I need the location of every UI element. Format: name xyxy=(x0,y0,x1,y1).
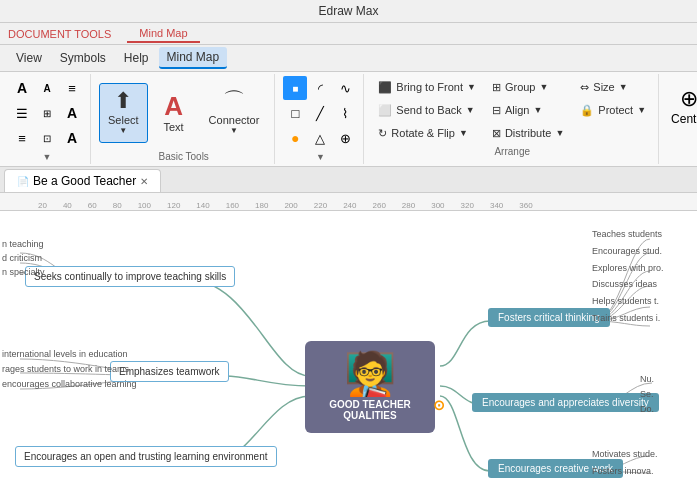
center-btn[interactable]: ⊕ Center xyxy=(671,76,697,136)
title-bar: Edraw Max xyxy=(0,0,697,23)
right-small-8: Se. xyxy=(640,389,654,399)
arrange-content: ⬛ Bring to Front ▼ ⬜ Send to Back ▼ ↻ Ro… xyxy=(372,76,652,144)
table-icon[interactable]: ⊞ xyxy=(35,101,59,125)
rect-blue-icon[interactable]: ■ xyxy=(283,76,307,100)
center-node: 🧑‍🏫 GOOD TEACHER QUALITIES ⊙ xyxy=(305,341,435,433)
distribute-dropdown[interactable]: ▼ xyxy=(555,128,564,138)
ribbon-center: ⊕ Center xyxy=(661,74,697,164)
rotate-dropdown[interactable]: ▼ xyxy=(459,128,468,138)
send-back-dropdown[interactable]: ▼ xyxy=(466,105,475,115)
connector-dropdown[interactable]: ▼ xyxy=(230,126,238,135)
right-small-5: Helps students t. xyxy=(592,296,659,306)
quick-tools-grid: A A ≡ ☰ ⊞ A ≡ ⊡ A xyxy=(10,76,84,150)
curve-icon[interactable]: ∿ xyxy=(333,76,357,100)
size-dropdown[interactable]: ▼ xyxy=(619,82,628,92)
right-small-9: Do. xyxy=(640,404,654,414)
align-left-icon[interactable]: ☰ xyxy=(10,101,34,125)
right-node-2[interactable]: Encourages and appreciates diversity xyxy=(472,393,659,412)
triangle-icon[interactable]: △ xyxy=(308,126,332,150)
list-icon[interactable]: ≡ xyxy=(10,126,34,150)
text-tool-btn[interactable]: A Text xyxy=(152,83,196,143)
align-dropdown[interactable]: ▼ xyxy=(533,105,542,115)
document-tab[interactable]: 📄 Be a Good Teacher ✕ xyxy=(4,169,161,192)
basic-tools-label: Basic Tools xyxy=(158,151,208,162)
distribute-label: Distribute xyxy=(505,127,551,139)
distribute-icon: ⊠ xyxy=(492,127,501,140)
bring-front-label: Bring to Front xyxy=(396,81,463,93)
menu-help[interactable]: Help xyxy=(116,48,157,68)
send-back-label: Send to Back xyxy=(396,104,461,116)
group-dropdown[interactable]: ▼ xyxy=(539,82,548,92)
arrange-col-3: ⇔ Size ▼ 🔒 Protect ▼ xyxy=(574,76,652,144)
select-tool-btn[interactable]: ⬆ Select ▼ xyxy=(99,83,148,143)
bring-to-front-btn[interactable]: ⬛ Bring to Front ▼ xyxy=(372,76,482,98)
protect-btn[interactable]: 🔒 Protect ▼ xyxy=(574,99,652,121)
center-label: Center xyxy=(671,112,697,126)
left-small-1: n teaching xyxy=(2,239,44,249)
menu-bar: View Symbols Help Mind Map xyxy=(0,45,697,72)
arc-icon[interactable]: ◜ xyxy=(308,76,332,100)
right-small-10: Motivates stude. xyxy=(592,449,658,459)
doc-tools-bar: DOCUMENT TOOLS Mind Map xyxy=(0,23,697,45)
rect-outline-icon[interactable]: □ xyxy=(283,101,307,125)
canvas-main[interactable]: 🧑‍🏫 GOOD TEACHER QUALITIES ⊙ Seeks conti… xyxy=(0,211,697,501)
font-color-icon[interactable]: A xyxy=(60,101,84,125)
left-small-3: n specialty xyxy=(2,267,45,277)
node-handle[interactable]: ⊙ xyxy=(433,397,445,413)
left-small-4: international levels in education xyxy=(2,349,128,359)
shape-tools-grid: ■ ◜ ∿ □ ╱ ⌇ ● △ ⊕ xyxy=(283,76,357,150)
rotate-flip-btn[interactable]: ↻ Rotate & Flip ▼ xyxy=(372,122,482,144)
right-small-6: Trains students i. xyxy=(592,313,660,323)
menu-symbols[interactable]: Symbols xyxy=(52,48,114,68)
left-node-3[interactable]: Encourages an open and trusting learning… xyxy=(15,446,277,467)
shapes-label: ▼ xyxy=(316,152,325,162)
connector-label: Connector xyxy=(209,114,260,126)
center-icon: ⊕ xyxy=(680,86,697,112)
group-label: Group xyxy=(505,81,536,93)
align-btn[interactable]: ⊟ Align ▼ xyxy=(486,99,570,121)
text-format-icon[interactable]: ≡ xyxy=(60,76,84,100)
send-to-back-btn[interactable]: ⬜ Send to Back ▼ xyxy=(372,99,482,121)
ribbon-arrange: ⬛ Bring to Front ▼ ⬜ Send to Back ▼ ↻ Ro… xyxy=(366,74,659,164)
center-node-text: GOOD TEACHER QUALITIES xyxy=(317,399,423,421)
right-small-11: Fosters innova. xyxy=(592,466,654,476)
spacing-icon[interactable]: A xyxy=(60,126,84,150)
size-btn[interactable]: ⇔ Size ▼ xyxy=(574,76,652,98)
connector-icon: ⌒ xyxy=(223,90,245,112)
arrange-label: Arrange xyxy=(372,146,652,157)
right-small-2: Encourages stud. xyxy=(592,246,662,256)
bring-front-dropdown[interactable]: ▼ xyxy=(467,82,476,92)
text-icon: A xyxy=(164,93,183,119)
ruler-horizontal: 20 40 60 80 100 120 140 160 180 200 220 … xyxy=(0,193,697,211)
rotate-label: Rotate & Flip xyxy=(391,127,455,139)
protect-dropdown[interactable]: ▼ xyxy=(637,105,646,115)
quick-tools-label: ▼ xyxy=(43,152,52,162)
distribute-btn[interactable]: ⊠ Distribute ▼ xyxy=(486,122,570,144)
canvas-wrapper: 20 40 60 80 100 120 140 160 180 200 220 … xyxy=(0,193,697,501)
tab-mindmap[interactable]: Mind Map xyxy=(127,25,199,43)
line-icon[interactable]: ╱ xyxy=(308,101,332,125)
select-label: Select xyxy=(108,114,139,126)
font-large-icon[interactable]: A xyxy=(10,76,34,100)
circle-orange-icon[interactable]: ● xyxy=(283,126,307,150)
tab-title: Be a Good Teacher xyxy=(33,174,136,188)
group-icon: ⊞ xyxy=(492,81,501,94)
right-small-7: Nu. xyxy=(640,374,654,384)
menu-view[interactable]: View xyxy=(8,48,50,68)
ribbon-shapes: ■ ◜ ∿ □ ╱ ⌇ ● △ ⊕ ▼ xyxy=(277,74,364,164)
zigzag-icon[interactable]: ⌇ xyxy=(333,101,357,125)
send-back-icon: ⬜ xyxy=(378,104,392,117)
align-icon: ⊟ xyxy=(492,104,501,117)
tab-close-btn[interactable]: ✕ xyxy=(140,176,148,187)
indent-icon[interactable]: ⊡ xyxy=(35,126,59,150)
select-dropdown[interactable]: ▼ xyxy=(119,126,127,135)
group-btn[interactable]: ⊞ Group ▼ xyxy=(486,76,570,98)
rotate-icon: ↻ xyxy=(378,127,387,140)
left-node-1[interactable]: Seeks continually to improve teaching sk… xyxy=(25,266,235,287)
special-icon[interactable]: ⊕ xyxy=(333,126,357,150)
ribbon: A A ≡ ☰ ⊞ A ≡ ⊡ A ▼ ⬆ Select ▼ A Text xyxy=(0,72,697,167)
menu-mindmap[interactable]: Mind Map xyxy=(159,47,228,69)
connector-tool-btn[interactable]: ⌒ Connector ▼ xyxy=(200,83,269,143)
font-small-icon[interactable]: A xyxy=(35,76,59,100)
text-label: Text xyxy=(163,121,183,133)
